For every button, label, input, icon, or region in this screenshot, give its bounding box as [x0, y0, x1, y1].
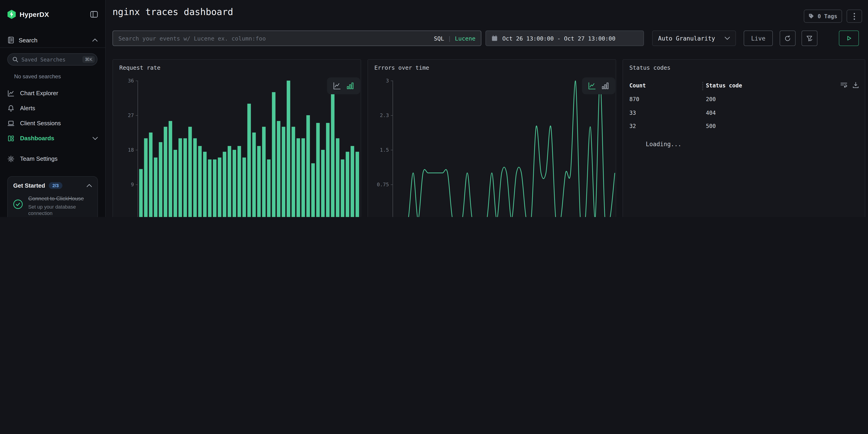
cell-status-code: 404	[706, 110, 716, 116]
date-range-input[interactable]: Oct 26 13:00:00 - Oct 27 13:00:00	[486, 31, 644, 46]
sidebar-item-search[interactable]: Search	[7, 35, 98, 44]
laptop-icon	[7, 120, 14, 127]
tile-title: Request rate	[119, 64, 160, 71]
column-header-status-code[interactable]: Status code	[706, 83, 742, 89]
sidebar-item-label: Search	[19, 37, 88, 43]
sidebar-divider	[0, 48, 105, 48]
bar-chart-icon[interactable]	[347, 82, 354, 90]
table-header: Count Status code	[623, 83, 865, 91]
download-icon[interactable]	[852, 82, 859, 89]
granularity-value: Auto Granularity	[658, 35, 724, 42]
gear-icon	[7, 155, 14, 162]
column-header-count[interactable]: Count	[629, 83, 646, 89]
check-circle-icon	[13, 199, 23, 209]
search-icon	[12, 57, 18, 62]
event-search-input[interactable]: Search your events w/ Lucene ex. column:…	[113, 31, 482, 46]
y-tick-label: 9	[131, 182, 134, 188]
y-tick-label: 36	[128, 78, 134, 84]
page-title: nginx traces dashboard	[113, 6, 233, 17]
get-started-items: Connect to ClickHouseSet up your databas…	[13, 195, 92, 217]
sidebar-item-alerts[interactable]: Alerts	[0, 101, 105, 116]
sql-toggle[interactable]: SQL	[434, 35, 444, 42]
wrap-rows-icon[interactable]	[840, 82, 847, 89]
cell-status-code: 200	[706, 96, 716, 102]
sidebar-nav: Chart ExplorerAlertsClient SessionsDashb…	[0, 86, 105, 166]
get-started-item[interactable]: Connect to ClickHouseSet up your databas…	[13, 195, 92, 216]
chevron-down-icon	[92, 136, 98, 140]
play-icon	[846, 35, 852, 41]
sidebar-item-label: Chart Explorer	[20, 90, 98, 97]
event-search-placeholder: Search your events w/ Lucene ex. column:…	[118, 35, 430, 42]
y-tick-label: 3	[386, 78, 389, 84]
no-saved-searches-text: No saved searches	[14, 73, 61, 80]
hyperdx-logo-icon	[7, 9, 16, 19]
saved-searches-input[interactable]: Saved Searches ⌘K	[7, 53, 97, 66]
main-content: nginx traces dashboard 0 Tags Search you…	[105, 0, 868, 217]
get-started-card: Get Started 2/3 Connect to ClickHouseSet…	[7, 176, 98, 217]
tile-request-rate: Request rate 36271890 Oct 26 1:00:00 PM1…	[113, 59, 361, 217]
line-chart-icon[interactable]	[588, 82, 596, 90]
sidebar-item-label: Alerts	[20, 105, 98, 112]
bar-chart-icon[interactable]	[601, 82, 609, 90]
lucene-toggle[interactable]: Lucene	[455, 35, 475, 42]
y-tick-label: 0	[131, 216, 134, 217]
cell-count: 870	[629, 96, 639, 102]
filter-icon	[806, 35, 813, 42]
get-started-progress-badge: 2/3	[49, 182, 62, 189]
y-axis: 32.31.50.750	[372, 81, 389, 217]
filter-button[interactable]	[802, 31, 817, 46]
sidebar-item-team-settings[interactable]: Team Settings	[0, 151, 105, 166]
tile-errors-over-time: Errors over time 32.31.50.750 Oct 26 1:0…	[368, 59, 616, 217]
live-button[interactable]: Live	[744, 31, 773, 46]
tags-label: 0 Tags	[818, 13, 837, 19]
toggle-divider: |	[448, 35, 451, 42]
brand-name: HyperDX	[20, 10, 87, 18]
dashboard-grid-icon	[7, 134, 14, 142]
granularity-select[interactable]: Auto Granularity	[652, 31, 736, 46]
y-tick-label: 1.5	[380, 147, 389, 153]
bell-icon	[7, 104, 14, 112]
sidebar: HyperDX Search Saved Searches ⌘K No save…	[0, 0, 106, 217]
tag-icon	[809, 13, 814, 19]
hyperdx-app: HyperDX Search Saved Searches ⌘K No save…	[0, 0, 868, 217]
chevron-down-icon	[724, 36, 730, 40]
sidebar-item-client-sessions[interactable]: Client Sessions	[0, 116, 105, 131]
sidebar-item-label: Team Settings	[20, 155, 98, 162]
sidebar-item-label: Dashboards	[20, 135, 87, 142]
logo-row: HyperDX	[7, 9, 98, 19]
tile-status-codes: Status codes Count Status code 870200334…	[623, 59, 865, 217]
chart-type-toggle	[582, 78, 615, 94]
sidebar-item-label: Client Sessions	[20, 120, 98, 127]
y-tick-label: 2.3	[380, 113, 389, 118]
dashboard-menu-button[interactable]	[846, 9, 862, 23]
run-query-button[interactable]	[839, 31, 859, 46]
get-started-item-title: Connect to ClickHouse	[28, 195, 92, 203]
cell-count: 32	[629, 123, 636, 129]
kebab-icon	[854, 12, 855, 20]
get-started-item-subtitle: Set up your database connection	[28, 203, 92, 216]
sidebar-item-dashboards[interactable]: Dashboards	[0, 131, 105, 146]
chart-plot	[135, 81, 361, 217]
column-divider[interactable]	[702, 82, 703, 90]
get-started-title: Get Started	[13, 182, 45, 189]
date-range-value: Oct 26 13:00:00 - Oct 27 13:00:00	[502, 35, 616, 42]
sidebar-collapse-icon[interactable]	[90, 11, 98, 18]
calendar-icon	[491, 35, 498, 41]
chart-line-icon	[7, 90, 14, 97]
cell-count: 33	[629, 110, 636, 116]
get-started-header[interactable]: Get Started 2/3	[13, 182, 92, 189]
tile-title: Errors over time	[374, 64, 429, 71]
sidebar-item-chart-explorer[interactable]: Chart Explorer	[0, 86, 105, 101]
y-tick-label: 18	[128, 147, 134, 153]
y-tick-label: 27	[128, 113, 134, 118]
search-notebook-icon	[7, 36, 14, 44]
y-tick-label: 0	[386, 216, 389, 217]
line-chart-icon[interactable]	[333, 82, 341, 90]
refresh-button[interactable]	[780, 31, 796, 46]
cell-status-code: 500	[706, 123, 716, 129]
refresh-icon	[784, 35, 791, 42]
y-tick-label: 0.75	[377, 182, 389, 188]
chart-plot	[390, 81, 616, 217]
tags-button[interactable]: 0 Tags	[804, 9, 842, 23]
y-axis: 36271890	[117, 81, 134, 217]
